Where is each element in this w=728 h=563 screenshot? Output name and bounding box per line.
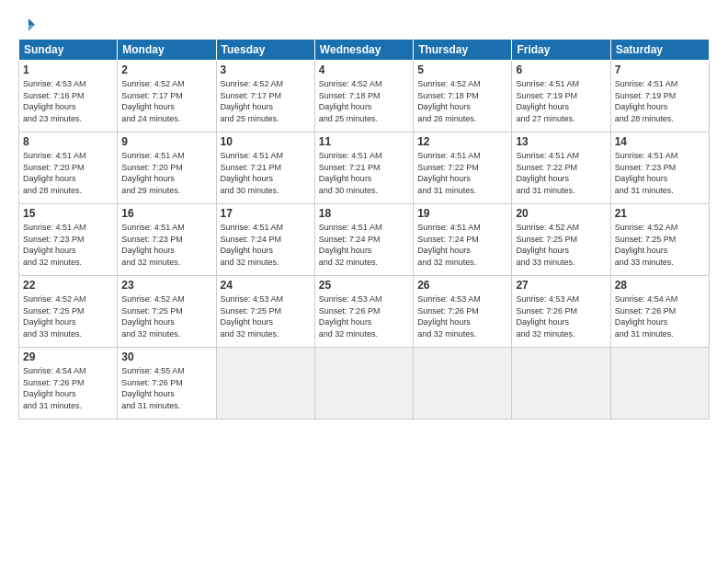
cell-info: Sunrise: 4:51 AMSunset: 7:19 PMDaylight … <box>516 79 579 123</box>
cell-info: Sunrise: 4:53 AMSunset: 7:16 PMDaylight … <box>23 79 86 123</box>
svg-marker-1 <box>28 25 35 31</box>
day-number: 14 <box>615 135 705 148</box>
calendar-cell <box>610 348 709 419</box>
weekday-header-thursday: Thursday <box>414 40 512 61</box>
day-number: 3 <box>221 63 311 76</box>
cell-info: Sunrise: 4:52 AMSunset: 7:25 PMDaylight … <box>23 294 86 339</box>
weekday-header-saturday: Saturday <box>610 40 709 61</box>
calendar-cell: 6 Sunrise: 4:51 AMSunset: 7:19 PMDayligh… <box>512 61 610 132</box>
day-number: 7 <box>615 63 705 76</box>
day-number: 17 <box>221 207 311 220</box>
calendar-cell: 27 Sunrise: 4:53 AMSunset: 7:26 PMDaylig… <box>512 276 610 348</box>
day-number: 28 <box>615 279 705 292</box>
cell-info: Sunrise: 4:51 AMSunset: 7:19 PMDaylight … <box>615 79 678 123</box>
day-number: 15 <box>23 207 113 220</box>
weekday-header-friday: Friday <box>512 40 610 61</box>
day-number: 18 <box>319 207 409 220</box>
day-number: 19 <box>417 207 507 220</box>
weekday-header-monday: Monday <box>118 40 216 61</box>
day-number: 26 <box>417 279 507 292</box>
cell-info: Sunrise: 4:52 AMSunset: 7:17 PMDaylight … <box>221 79 284 123</box>
cell-info: Sunrise: 4:51 AMSunset: 7:22 PMDaylight … <box>516 151 579 195</box>
calendar-cell <box>414 348 512 419</box>
cell-info: Sunrise: 4:52 AMSunset: 7:25 PMDaylight … <box>516 223 579 267</box>
day-number: 21 <box>615 207 705 220</box>
calendar-cell: 26 Sunrise: 4:53 AMSunset: 7:26 PMDaylig… <box>414 276 512 348</box>
cell-info: Sunrise: 4:51 AMSunset: 7:24 PMDaylight … <box>319 223 382 267</box>
cell-info: Sunrise: 4:54 AMSunset: 7:26 PMDaylight … <box>615 294 678 339</box>
calendar-cell: 29 Sunrise: 4:54 AMSunset: 7:26 PMDaylig… <box>19 348 118 419</box>
day-number: 24 <box>221 279 311 292</box>
day-number: 25 <box>319 279 409 292</box>
cell-info: Sunrise: 4:51 AMSunset: 7:23 PMDaylight … <box>23 223 86 267</box>
day-number: 4 <box>319 63 409 76</box>
calendar-cell <box>512 348 610 419</box>
cell-info: Sunrise: 4:52 AMSunset: 7:17 PMDaylight … <box>121 79 185 123</box>
calendar-cell: 23 Sunrise: 4:52 AMSunset: 7:25 PMDaylig… <box>118 276 216 348</box>
day-number: 11 <box>319 135 409 148</box>
calendar-cell: 10 Sunrise: 4:51 AMSunset: 7:21 PMDaylig… <box>216 132 314 204</box>
day-number: 27 <box>516 279 606 292</box>
calendar-cell: 9 Sunrise: 4:51 AMSunset: 7:20 PMDayligh… <box>118 132 216 204</box>
day-number: 23 <box>121 279 211 292</box>
calendar-cell: 18 Sunrise: 4:51 AMSunset: 7:24 PMDaylig… <box>314 204 413 276</box>
calendar-cell: 16 Sunrise: 4:51 AMSunset: 7:23 PMDaylig… <box>118 204 216 276</box>
calendar-cell: 13 Sunrise: 4:51 AMSunset: 7:22 PMDaylig… <box>512 132 610 204</box>
calendar-cell: 20 Sunrise: 4:52 AMSunset: 7:25 PMDaylig… <box>512 204 610 276</box>
cell-info: Sunrise: 4:54 AMSunset: 7:26 PMDaylight … <box>23 366 86 410</box>
cell-info: Sunrise: 4:51 AMSunset: 7:22 PMDaylight … <box>417 151 481 195</box>
calendar-cell: 22 Sunrise: 4:52 AMSunset: 7:25 PMDaylig… <box>19 276 118 348</box>
cell-info: Sunrise: 4:52 AMSunset: 7:18 PMDaylight … <box>417 79 481 123</box>
cell-info: Sunrise: 4:53 AMSunset: 7:26 PMDaylight … <box>516 294 579 339</box>
calendar-cell: 2 Sunrise: 4:52 AMSunset: 7:17 PMDayligh… <box>118 61 216 132</box>
weekday-header-wednesday: Wednesday <box>314 40 413 61</box>
day-number: 30 <box>121 350 211 363</box>
day-number: 12 <box>417 135 507 148</box>
cell-info: Sunrise: 4:51 AMSunset: 7:20 PMDaylight … <box>121 151 185 195</box>
weekday-header-tuesday: Tuesday <box>216 40 314 61</box>
day-number: 29 <box>23 350 113 363</box>
cell-info: Sunrise: 4:51 AMSunset: 7:20 PMDaylight … <box>23 151 86 195</box>
cell-info: Sunrise: 4:52 AMSunset: 7:25 PMDaylight … <box>615 223 678 267</box>
weekday-header-sunday: Sunday <box>19 40 118 61</box>
cell-info: Sunrise: 4:53 AMSunset: 7:26 PMDaylight … <box>417 294 481 339</box>
cell-info: Sunrise: 4:52 AMSunset: 7:25 PMDaylight … <box>121 294 185 339</box>
svg-marker-0 <box>28 18 35 25</box>
cell-info: Sunrise: 4:51 AMSunset: 7:24 PMDaylight … <box>221 223 284 267</box>
cell-info: Sunrise: 4:51 AMSunset: 7:24 PMDaylight … <box>417 223 481 267</box>
day-number: 5 <box>417 63 507 76</box>
calendar-cell: 4 Sunrise: 4:52 AMSunset: 7:18 PMDayligh… <box>314 61 413 132</box>
day-number: 10 <box>221 135 311 148</box>
cell-info: Sunrise: 4:51 AMSunset: 7:23 PMDaylight … <box>121 223 185 267</box>
header <box>18 17 710 31</box>
logo-flag-icon <box>20 17 37 33</box>
cell-info: Sunrise: 4:51 AMSunset: 7:21 PMDaylight … <box>221 151 284 195</box>
day-number: 1 <box>23 63 113 76</box>
cell-info: Sunrise: 4:53 AMSunset: 7:26 PMDaylight … <box>319 294 382 339</box>
cell-info: Sunrise: 4:51 AMSunset: 7:23 PMDaylight … <box>615 151 678 195</box>
calendar-cell: 3 Sunrise: 4:52 AMSunset: 7:17 PMDayligh… <box>216 61 314 132</box>
day-number: 8 <box>23 135 113 148</box>
calendar-cell: 14 Sunrise: 4:51 AMSunset: 7:23 PMDaylig… <box>610 132 709 204</box>
calendar-cell <box>216 348 314 419</box>
calendar-table: SundayMondayTuesdayWednesdayThursdayFrid… <box>18 39 710 419</box>
calendar-cell: 28 Sunrise: 4:54 AMSunset: 7:26 PMDaylig… <box>610 276 709 348</box>
calendar-cell: 25 Sunrise: 4:53 AMSunset: 7:26 PMDaylig… <box>314 276 413 348</box>
calendar-cell: 5 Sunrise: 4:52 AMSunset: 7:18 PMDayligh… <box>414 61 512 132</box>
calendar-cell: 30 Sunrise: 4:55 AMSunset: 7:26 PMDaylig… <box>118 348 216 419</box>
day-number: 9 <box>121 135 211 148</box>
day-number: 13 <box>516 135 606 148</box>
cell-info: Sunrise: 4:55 AMSunset: 7:26 PMDaylight … <box>121 366 185 410</box>
day-number: 22 <box>23 279 113 292</box>
calendar-cell: 11 Sunrise: 4:51 AMSunset: 7:21 PMDaylig… <box>314 132 413 204</box>
calendar-cell: 7 Sunrise: 4:51 AMSunset: 7:19 PMDayligh… <box>610 61 709 132</box>
cell-info: Sunrise: 4:53 AMSunset: 7:25 PMDaylight … <box>221 294 284 339</box>
day-number: 6 <box>516 63 606 76</box>
calendar-cell: 24 Sunrise: 4:53 AMSunset: 7:25 PMDaylig… <box>216 276 314 348</box>
cell-info: Sunrise: 4:52 AMSunset: 7:18 PMDaylight … <box>319 79 382 123</box>
calendar-cell: 12 Sunrise: 4:51 AMSunset: 7:22 PMDaylig… <box>414 132 512 204</box>
calendar-cell: 8 Sunrise: 4:51 AMSunset: 7:20 PMDayligh… <box>19 132 118 204</box>
day-number: 2 <box>121 63 211 76</box>
calendar-cell <box>314 348 413 419</box>
page: SundayMondayTuesdayWednesdayThursdayFrid… <box>0 0 728 563</box>
